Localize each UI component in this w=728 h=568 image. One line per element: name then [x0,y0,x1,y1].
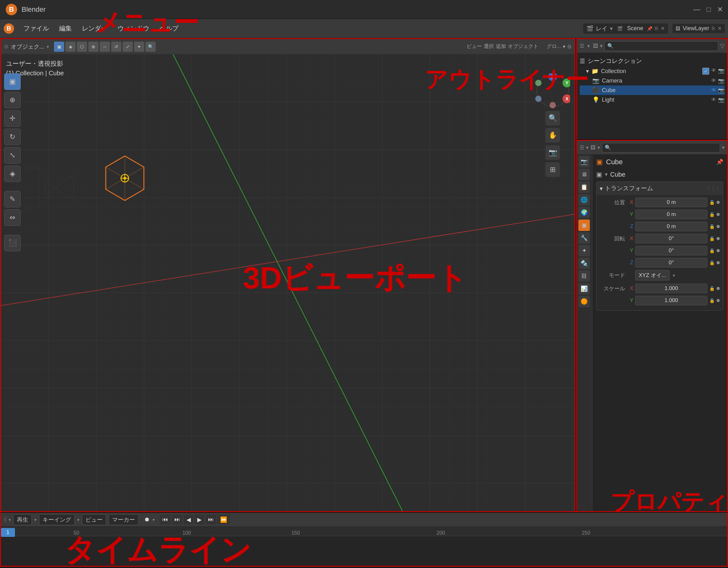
tl-prev-frame-btn[interactable]: ◀ [184,515,193,524]
scale-x-value[interactable]: 1.000 [635,284,707,293]
menu-render[interactable]: レンダー [78,22,112,35]
rotate-tool-btn[interactable]: ↻ [4,129,21,145]
rot-z-value[interactable]: 0° [635,258,707,267]
viewlayer-selector[interactable]: 🖼 ViewLayer ⎘ ✕ [672,24,725,33]
outliner-editor-icon[interactable]: ☰ [580,43,584,49]
timeline-body[interactable]: 1 50 100 150 200 250 タイムライン [1,527,727,566]
close-button[interactable]: ✕ [717,5,723,14]
search-btn[interactable]: 🔍 [145,42,156,52]
tl-keying-btn[interactable]: キーイング [39,514,75,525]
transform-tool-btn[interactable]: ◈ [4,166,21,182]
delete-layer-icon[interactable]: ✕ [718,25,722,31]
tl-editor-icon[interactable]: ⟨ [4,517,6,523]
tl-record-btn[interactable]: ⏺ [144,516,150,523]
vp-prop-icon[interactable]: ⊙ [567,44,571,50]
scale-tool-btn[interactable]: ⤡ [4,147,21,164]
tl-prev-keyframe-btn[interactable]: ⏭ [172,515,183,524]
camera-cam-icon[interactable]: 📷 [718,78,725,84]
props-view-btn[interactable]: 📋 [578,181,590,193]
cube-cam-icon[interactable]: 📷 [718,87,725,93]
tl-view-btn[interactable]: ビュー [82,514,106,525]
add-cube-btn[interactable]: ⬛ [4,235,21,251]
outliner-search-input[interactable] [604,41,718,51]
outliner-filter-icon[interactable]: ▽ [720,43,725,50]
outliner-item-camera[interactable]: 📷 Camera 👁 📷 [580,76,725,85]
select-tool-btn[interactable]: ▣ [4,73,21,90]
minimize-button[interactable]: — [693,5,700,14]
props-data-btn[interactable]: 📊 [578,283,590,294]
collection-visible-check[interactable]: ✓ [702,68,709,75]
zoom-in-btn[interactable]: 🔍 [545,111,560,125]
select-circle-btn[interactable]: ◈ [65,42,76,52]
vp-add-label[interactable]: 追加 [496,43,506,50]
tl-play-btn[interactable]: 再生 [13,514,32,525]
props-output-btn[interactable]: 🖥 [578,169,590,180]
viewport-body[interactable]: ユーザー・透視投影 (1) Collection | Cube 3Dビューポート… [1,54,575,511]
timeline-current-frame[interactable]: 1 [1,528,15,537]
copy-layer-icon[interactable]: ⎘ [712,26,715,31]
cube-eye-icon[interactable]: 👁 [711,87,716,93]
pos-x-value[interactable]: 0 m [635,198,707,207]
props-physics-btn[interactable]: 🔩 [578,258,590,269]
tl-play-pause-btn[interactable]: ▶ [195,515,204,524]
outliner-item-collection[interactable]: ▾ 📁 Collection ✓ 👁 📷 [580,66,725,76]
collection-eye-icon[interactable]: 👁 [711,68,716,75]
vp-global-label[interactable]: グロ... [547,43,561,50]
rot-x-value[interactable]: 0° [635,234,707,243]
props-modifier-btn[interactable]: 🔧 [578,232,590,244]
tl-skip-start-btn[interactable]: ⏮ [160,515,171,524]
light-eye-icon[interactable]: 👁 [711,97,716,103]
props-constraints-btn[interactable]: ⛓ [578,270,590,282]
render-preview-btn[interactable]: ⊞ [545,162,560,177]
pan-btn[interactable]: ✋ [545,128,560,143]
delete-scene-icon[interactable]: ✕ [661,25,665,31]
vp-select-label[interactable]: 選択 [484,43,494,50]
camera-btn[interactable]: 📷 [545,145,560,160]
pos-z-value[interactable]: 0 m [635,222,707,231]
outliner-item-light[interactable]: 💡 Light 👁 📷 [580,95,725,105]
transform-btn[interactable]: ✦ [134,42,144,52]
pos-y-value[interactable]: 0 m [635,210,707,219]
vp-object-label[interactable]: オブジェクト [508,43,538,50]
tl-next-frame-btn[interactable]: ⏭ [206,515,216,524]
vp-mode-dropdown[interactable]: オブジェク... [11,43,44,51]
light-cam-icon[interactable]: 📷 [718,97,725,103]
vp-view-label[interactable]: ビュー [467,43,482,50]
props-type-name[interactable]: Cube [610,171,625,178]
cursor-tool-btn[interactable]: ⊕ [4,92,21,108]
rotate-btn[interactable]: ↺ [111,42,121,52]
props-transform-header[interactable]: ▾ トランスフォーム ⋮⋮⋮ [597,182,723,195]
props-object-name[interactable]: Cube [606,158,713,166]
scale-y-value[interactable]: 1.000 [635,296,707,305]
menu-file[interactable]: ファイル [19,22,53,35]
props-filter-icon[interactable]: ▾ [722,145,725,151]
props-editor-icon[interactable]: ☰ [580,145,584,151]
props-pin-icon[interactable]: 📌 [716,159,723,166]
menu-help[interactable]: ヘルプ [155,22,183,35]
collection-camera-icon[interactable]: 📷 [718,68,725,75]
scale-btn[interactable]: ⤢ [123,42,133,52]
cursor-btn[interactable]: ⊕ [88,42,98,52]
mode-value[interactable]: XYZ オイ... [635,270,670,281]
maximize-button[interactable]: □ [707,5,711,14]
properties-search-input[interactable] [602,143,720,152]
measure-btn[interactable]: ⇔ [4,209,21,226]
menu-window[interactable]: ウィンドウ [113,22,154,35]
rot-y-value[interactable]: 0° [635,246,707,255]
menu-edit[interactable]: 編集 [55,22,76,35]
tl-marker-btn[interactable]: マーカー [109,514,138,525]
annotate-btn[interactable]: ✎ [4,191,21,207]
props-render-btn[interactable]: 📷 [578,156,590,167]
outliner-item-cube[interactable]: ⬛ Cube 👁 📷 [580,85,725,95]
props-particles-btn[interactable]: ✦ [578,245,590,256]
scene-selector[interactable]: 🎬 レイ ▾ 🎬 Scene 📌 ⎘ ✕ [583,24,668,34]
select-box-btn[interactable]: ▣ [54,42,64,52]
copy-scene-icon[interactable]: ⎘ [655,26,658,31]
select-lasso-btn[interactable]: ⬡ [77,42,87,52]
tl-skip-end-btn[interactable]: ⏩ [218,515,230,524]
props-world-btn[interactable]: 🌍 [578,207,590,218]
move-tool-btn[interactable]: ✛ [4,110,21,127]
props-scene-btn[interactable]: 🌐 [578,194,590,206]
move-btn[interactable]: ↔ [100,42,110,52]
camera-eye-icon[interactable]: 👁 [711,78,716,84]
